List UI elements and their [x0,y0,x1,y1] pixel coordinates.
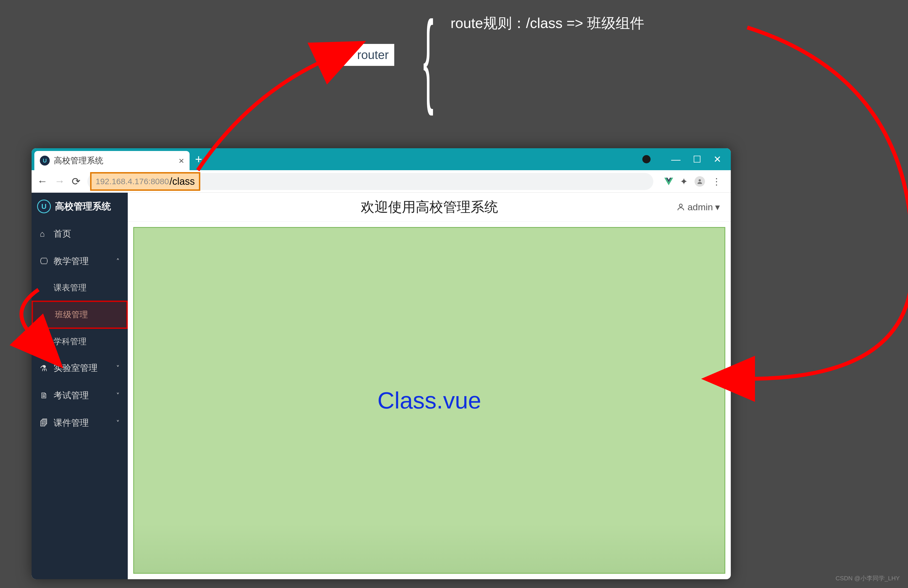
menu-icon[interactable]: ⋮ [712,176,721,187]
vue-router-box: router [332,44,394,66]
window-controls: — ☐ ✕ [642,148,731,170]
svg-point-5 [679,204,683,207]
router-view: Class.vue [133,227,725,574]
component-label: Class.vue [377,387,481,414]
flask-icon: ⚗ [40,363,48,373]
sidebar-item-teaching[interactable]: 🖵 教学管理 ˄ [32,247,128,275]
user-icon [676,202,685,211]
sidebar-label: 考试管理 [53,390,89,402]
extensions-icon[interactable]: ✦ [680,176,687,187]
chevron-down-icon: ˅ [116,392,119,399]
address-icons: ✦ ⋮ [660,176,725,187]
sidebar-item-courseware[interactable]: 🗐 课件管理 ˅ [32,409,128,437]
page-title: 欢迎使用高校管理系统 [361,198,498,216]
sidebar: U 高校管理系统 ⌂ 首页 🖵 教学管理 ˄ 课表管理 班级管理 学科管理 [32,193,128,579]
sidebar-subitem-schedule[interactable]: 课表管理 [32,275,128,300]
user-menu[interactable]: admin ▾ [676,201,720,212]
chevron-down-icon: ˅ [116,419,119,427]
close-icon[interactable]: ✕ [713,154,721,165]
app-name: 高校管理系统 [55,200,111,213]
sidebar-logo: U 高校管理系统 [32,193,128,220]
chevron-down-icon: ˅ [116,364,119,372]
watermark: CSDN @小李同学_LHY [836,574,900,583]
url-path: /class [169,176,195,187]
monitor-icon: 🖵 [40,257,48,266]
sidebar-item-home[interactable]: ⌂ 首页 [32,220,128,247]
profile-avatar-icon[interactable] [694,176,705,187]
app-root: U 高校管理系统 ⌂ 首页 🖵 教学管理 ˄ 课表管理 班级管理 学科管理 [32,193,731,579]
vue-devtools-icon[interactable] [664,178,673,185]
main-area: 欢迎使用高校管理系统 admin ▾ Class.vue [128,193,731,579]
vue-logo-icon [335,47,354,63]
back-icon[interactable]: ← [37,175,48,187]
tab-favicon-icon: U [40,156,50,165]
app-logo-icon: U [37,199,51,213]
forward-icon[interactable]: → [55,175,65,187]
new-tab-button[interactable]: + [190,148,208,170]
sidebar-subitem-class[interactable]: 班级管理 [32,300,128,329]
url-ip: 192.168.4.176:8080 [96,177,169,186]
app-header: 欢迎使用高校管理系统 admin ▾ [128,193,731,222]
titlebar: U 高校管理系统 × + — ☐ ✕ [32,148,731,170]
address-bar: ← → ⟳ 192.168.4.176:8080 /class ✦ ⋮ [32,170,731,193]
maximize-icon[interactable]: ☐ [693,154,701,165]
tab-title: 高校管理系统 [54,155,174,166]
sidebar-label: 首页 [53,228,71,240]
route-rule-text: route规则：/class => 班级组件 [451,14,644,33]
clipboard-icon: 🗎 [40,391,48,400]
sidebar-label: 班级管理 [55,310,88,319]
sidebar-subitem-subject[interactable]: 学科管理 [32,329,128,354]
sidebar-label: 实验室管理 [53,362,98,374]
browser-tab[interactable]: U 高校管理系统 × [34,151,190,170]
browser-window: U 高校管理系统 × + — ☐ ✕ ← → ⟳ 192.168.4.176:8… [32,148,731,579]
incognito-icon [642,155,650,163]
svg-point-4 [699,179,701,182]
user-name: admin [687,202,713,212]
dashboard-icon: ⌂ [40,229,48,239]
sidebar-label: 课表管理 [53,283,87,292]
url-highlight: 192.168.4.176:8080 /class [90,172,200,191]
brace-icon: { [423,11,433,105]
chevron-up-icon: ˄ [116,257,119,265]
sidebar-label: 学科管理 [53,337,87,346]
url-input[interactable]: 192.168.4.176:8080 /class [87,173,653,190]
reload-icon[interactable]: ⟳ [72,175,80,188]
caret-down-icon: ▾ [715,201,720,212]
file-icon: 🗐 [40,418,48,428]
router-label: router [357,48,389,62]
sidebar-label: 课件管理 [53,417,89,429]
tab-close-icon[interactable]: × [179,155,184,166]
minimize-icon[interactable]: — [671,154,681,165]
sidebar-item-exam[interactable]: 🗎 考试管理 ˅ [32,382,128,409]
sidebar-item-lab[interactable]: ⚗ 实验室管理 ˅ [32,354,128,382]
sidebar-label: 教学管理 [53,255,89,267]
